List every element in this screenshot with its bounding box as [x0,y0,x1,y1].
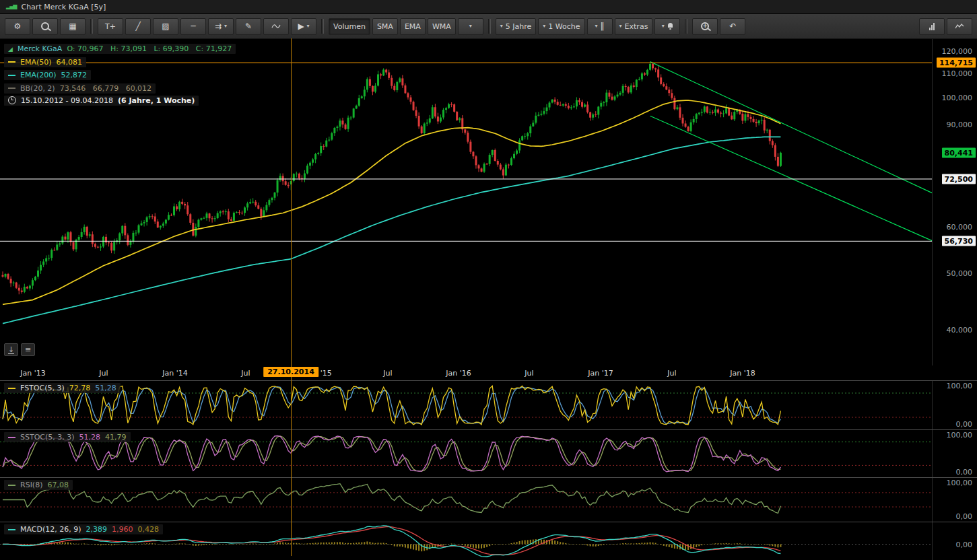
text-tool-button[interactable]: T+ [98,18,123,35]
ema-button[interactable]: EMA [400,18,426,35]
settings-button[interactable]: ⚙ [5,18,30,35]
indicator-button[interactable] [947,18,972,35]
rsi-legend[interactable]: RSI(8) 67,08 [4,480,73,490]
sstoc-legend[interactable]: SSTOC(5, 3, 3) 51,28 41,79 [4,432,131,442]
layout-grid-icon: ▦ [69,22,76,30]
rsi-plot[interactable] [0,478,933,522]
ema50-color-dash [8,61,15,63]
macd-hist-value: 0,428 [138,525,160,534]
chart-config-button[interactable] [919,18,945,35]
time-tick: Jul [525,369,533,378]
fstoc-label: FSTOC(5, 3) [20,384,65,392]
time-tick: Jul [241,369,250,378]
date-range-legend: 15.10.2012 - 09.04.2018 (6 Jahre, 1 Woch… [4,96,199,106]
chevron-down-icon: ▾ [307,24,310,29]
macd-signal-value: 1,960 [112,525,133,534]
chevron-down-icon: ▾ [662,24,665,29]
area-chart-icon: ◢ [8,46,13,53]
ema200-legend[interactable]: EMA(200) 52,872 [4,70,91,80]
ema50-legend[interactable]: EMA(50) 64,081 [4,57,86,67]
time-tick: Jul [667,369,676,378]
layout-button[interactable]: ▦ [60,18,86,35]
axis-max: 100,00 [947,479,973,487]
rsi-panel[interactable]: RSI(8) 67,08 100,00 0,00 [0,477,977,522]
macd-color-dash [8,529,15,530]
sstoc-value-d: 41,79 [105,433,127,442]
sma-label: SMA [377,22,393,31]
macd-axis: 0,00 [932,522,977,560]
sstoc-panel[interactable]: SSTOC(5, 3, 3) 51,28 41,79 100,00 0,00 [0,429,977,477]
price-tick: 40,000 [947,326,973,335]
fstoc-value-k: 72,78 [69,384,91,392]
bar-chart-icon [929,23,935,30]
sstoc-axis: 100,00 0,00 [932,430,977,477]
clock-icon [8,96,16,104]
time-tick: Jan '18 [730,369,755,378]
price-axis[interactable]: 120,000 110,000 100,000 90,000 60,000 50… [932,39,977,365]
ema200-color-dash [8,75,15,76]
curve-icon [271,23,281,30]
fstoc-panel[interactable]: FSTOC(5, 3) 72,78 51,28 100,00 0,00 [0,380,977,429]
extras-label: Extras [625,22,648,31]
curve-tool-button[interactable] [263,18,289,35]
sstoc-plot[interactable] [0,430,933,477]
price-tick: 60,000 [947,223,973,232]
gear-icon: ⚙ [14,22,22,30]
alarm-dropdown[interactable]: ▾ [654,18,680,35]
toolbar-separator [90,19,93,34]
volumen-label: Volumen [333,22,366,31]
autoscale-button[interactable]: ≡ [21,343,35,356]
macd-panel[interactable]: MACD(12, 26, 9) 2,389 1,960 0,428 0,00 [0,522,977,560]
price-tick: 100,000 [942,94,973,102]
chevron-down-icon: ▾ [595,24,598,29]
sma-button[interactable]: SMA [372,18,398,35]
jump-to-end-icon: ↓ [8,346,14,354]
bb-color-dash [8,88,15,89]
wma-button[interactable]: WMA [428,18,456,35]
fstoc-plot[interactable] [0,381,933,429]
last-price-badge: 80,441 [942,148,976,158]
support1-badge: 72,500 [942,174,976,184]
trendline-icon: ╱ [135,22,140,30]
macd-value: 2,389 [86,525,108,534]
price-tick: 90,000 [947,120,973,129]
time-axis[interactable]: Jan '13 Jul Jan '14 Jul Jan '15 Jul Jan … [0,365,933,380]
undo-icon: ↶ [729,22,736,30]
search-button[interactable] [32,18,58,35]
time-tick: Jan '14 [162,369,187,378]
extend-tool-button[interactable]: ⇉▾ [208,18,234,35]
hline-tool-button[interactable]: ─ [180,18,206,35]
wma-label: WMA [432,22,451,31]
instrument-name: Merck KGaA [18,44,62,53]
chart-corner-tools: ↓ ≡ [4,343,35,356]
fstoc-color-dash [8,388,15,389]
fstoc-legend[interactable]: FSTOC(5, 3) 72,78 51,28 [4,383,121,393]
range-dropdown[interactable]: ▾5 Jahre [496,18,537,35]
macd-legend[interactable]: MACD(12, 26, 9) 2,389 1,960 0,428 [4,524,163,534]
zoom-in-button[interactable]: + [692,18,718,35]
rsi-axis: 100,00 0,00 [932,478,977,522]
chart-type-dropdown[interactable]: ▾‖ [587,18,613,35]
chevron-down-icon: ▾ [619,24,622,29]
time-tick: Jul [383,369,392,378]
channel-tool-button[interactable]: ▨ [153,18,178,35]
jump-to-end-button[interactable]: ↓ [4,343,18,356]
main-chart-area[interactable]: ◢ Merck KGaA O: 70,967 H: 73,091 L: 69,3… [0,39,977,380]
ema-label: EMA [405,22,421,31]
trendline-tool-button[interactable]: ╱ [125,18,151,35]
instrument-legend[interactable]: ◢ Merck KGaA O: 70,967 H: 73,091 L: 69,3… [4,44,236,54]
interval-dropdown[interactable]: ▾1 Woche [538,18,584,35]
bell-icon [667,23,673,30]
volumen-button[interactable]: Volumen [329,18,370,35]
support2-badge: 56,730 [942,236,976,246]
pointer-tool-button[interactable]: ▶▾ [291,18,316,35]
ma-dropdown-button[interactable]: ▾ [458,18,483,35]
draw-tool-button[interactable]: ✎ [236,18,261,35]
bollinger-legend[interactable]: BB(20, 2) 73,546 66,779 60,012 [4,83,156,94]
time-tick: Jan '17 [588,369,613,378]
chevron-down-icon: ▾ [224,24,227,29]
rsi-value: 67,08 [47,481,69,489]
extras-dropdown[interactable]: ▾Extras [615,18,653,35]
undo-button[interactable]: ↶ [720,18,745,35]
axis-min: 0,00 [956,512,973,521]
